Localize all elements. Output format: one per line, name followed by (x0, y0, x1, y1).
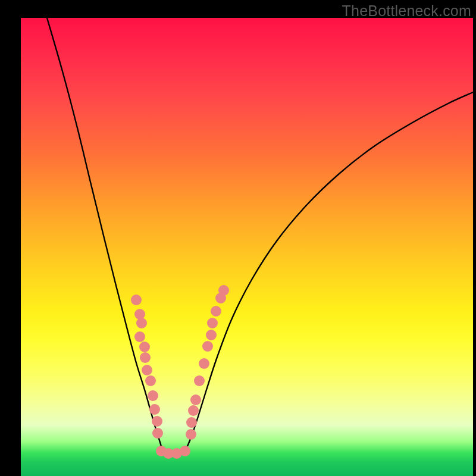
scatter-dot (188, 405, 199, 416)
chart-stage: TheBottleneck.com (0, 0, 476, 476)
scatter-dot (152, 428, 163, 439)
watermark-text: TheBottleneck.com (342, 2, 471, 20)
scatter-dot (142, 365, 152, 375)
curve-left-branch (47, 18, 161, 446)
scatter-dot (139, 342, 150, 352)
scatter-dot (152, 416, 162, 427)
scatter-dot (136, 318, 147, 328)
scatter-dot (202, 341, 213, 352)
scatter-dot (148, 390, 158, 401)
scatter-dot (194, 375, 205, 386)
curve-right-branch (187, 92, 473, 446)
scatter-dot (190, 394, 201, 405)
scatter-dot (134, 331, 145, 342)
scatter-dots (131, 285, 229, 459)
scatter-dot (140, 352, 151, 363)
scatter-dot (134, 309, 145, 320)
scatter-dot (180, 446, 190, 456)
scatter-dot (145, 375, 156, 386)
scatter-dot (186, 429, 196, 440)
scatter-dot (207, 318, 218, 328)
scatter-dot (199, 358, 209, 369)
scatter-dot (186, 417, 197, 428)
scatter-dot (149, 404, 160, 415)
scatter-dot (211, 306, 221, 317)
scatter-dot (206, 330, 217, 340)
scatter-dot (131, 295, 142, 305)
plot-area (21, 18, 473, 476)
scatter-dot (218, 285, 229, 296)
curves-svg (21, 18, 473, 476)
